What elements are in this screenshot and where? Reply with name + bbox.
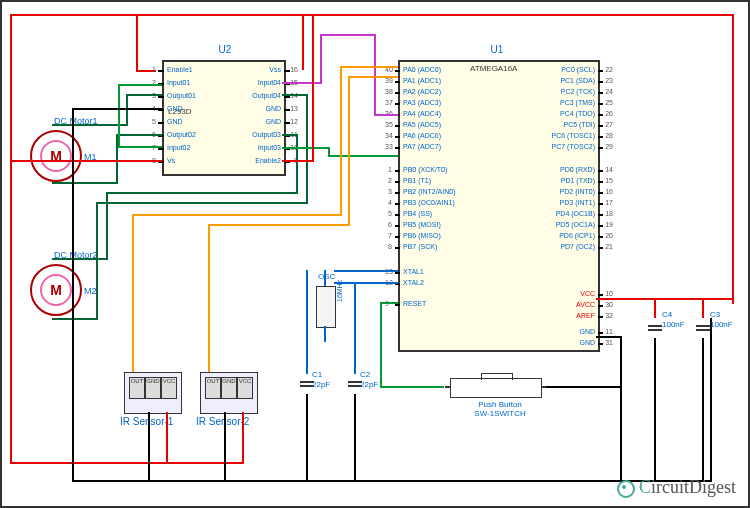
wire-ir2-gnd [224,412,226,482]
u2-chip: L293D Enable11Input012Output013GND4GND5O… [162,60,286,176]
u1-pin: PB4 (SS) [403,210,432,217]
u1-pinnum: 16 [605,188,613,195]
u1-pinnum: 2 [388,177,392,184]
u2-pin-Input03: Input03 [258,144,281,151]
push-button [450,378,542,398]
wire-vcc [302,14,304,70]
wire-vcc-u1 [596,298,734,300]
wire-ir2-vcc [242,412,244,464]
ir2-out: OUT [207,378,220,384]
u1-pin: PA6 (ADC6) [403,132,441,139]
u1-pinnum: 19 [605,221,613,228]
wire-m2a [282,134,298,136]
u1-pin: PB2 (INT2/AIN0) [403,188,456,195]
u1-pinnum: 29 [605,143,613,150]
u2-pin-Vss: Vss [269,66,281,73]
crystal-osc [316,286,336,328]
osc-label: OSC [318,272,335,281]
wire-m1a [52,124,128,126]
u1-pinnum: 11 [605,328,613,335]
u1-pin: PD3 (INT1) [560,199,595,206]
c1-val: 22pF [312,380,330,389]
u1-pin-GND: GND [579,339,595,346]
wire-l293-gnd [72,108,74,482]
u1-pinnum: 10 [605,290,613,297]
wire-m2b [306,94,308,204]
u1-pinnum: 26 [605,110,613,117]
wire-vs [10,160,162,162]
wire-m2b [52,318,98,320]
u1-pin-AREF: AREF [576,312,595,319]
wire-ir2-out [208,224,350,226]
wire-ir1-out [132,214,134,372]
wire-c2-gnd [354,394,356,482]
u1-pin: PB0 (XCK/T0) [403,166,447,173]
u1-pinnum: 7 [388,232,392,239]
u2-pinnum: 12 [290,118,298,125]
wire-m1a [126,94,128,126]
wire-vcc-c4 [654,298,656,318]
wire-pa4 [374,34,376,116]
u1-pinnum: 28 [605,132,613,139]
u1-pin: PD4 (OC1B) [556,210,595,217]
wire-reset [380,302,382,386]
u1-pin-AVCC: AVCC [576,301,595,308]
u1-pin-XTAL1: XTAL1 [403,268,424,275]
u1-pinnum: 6 [388,221,392,228]
u1-pinnum: 27 [605,121,613,128]
wire-m2b [96,202,98,320]
u1-pin-XTAL2: XTAL2 [403,279,424,286]
cap-c3 [696,318,710,338]
wire-m2b [96,202,308,204]
u1-pinnum: 1 [388,166,392,173]
u1-pinnum: 39 [385,77,393,84]
u1-pinnum: 34 [385,132,393,139]
u1-pinnum: 4 [388,199,392,206]
u1-pin: PD0 (RXD) [560,166,595,173]
u1-pinnum: 38 [385,88,393,95]
u1-pinnum: 8 [388,243,392,250]
wire-vcc [10,14,12,464]
u1-pinnum: 23 [605,77,613,84]
ir1-out: OUT [131,378,144,384]
u2-pin-Enable2: Enable2 [255,157,281,164]
wire-m2a [106,192,298,194]
wire-xtal2 [334,282,398,284]
u1-pinnum: 33 [385,143,393,150]
u1-pinnum: 37 [385,99,393,106]
wire-ir1-out [132,214,342,216]
u1-pin-GND: GND [579,328,595,335]
u2-pin-GND: GND [265,118,281,125]
u2-pin-Output03: Output03 [252,131,281,138]
u1-pin: PC7 (TOSC2) [552,143,595,150]
wire-ir2-out [208,224,210,372]
wire-vcc [136,14,138,70]
wire-pa6 [118,84,162,86]
u1-pinnum: 3 [388,188,392,195]
wire-en2 [282,160,314,162]
wire-ir1-out [340,66,398,68]
u1-ref: U1 [457,44,537,55]
ir-sensor-1: OUT GND VCC [124,372,182,414]
wire-pa6 [118,84,120,148]
c2-ref: C2 [360,370,370,379]
wire-vcc [10,14,734,16]
u2-pin-Output01: Output01 [167,92,196,99]
u2-pin-GND: GND [265,105,281,112]
u2-pin-GND: GND [167,105,183,112]
u2-pin-Output04: Output04 [252,92,281,99]
wire-vcc-c3 [702,298,704,318]
u2-pinnum: 5 [152,118,156,125]
u1-pin: PC4 (TDO) [560,110,595,117]
u1-pinnum: 20 [605,232,613,239]
wire-btn-gnd [546,386,622,388]
wire-c4-gnd [654,338,656,482]
cap-c4 [648,318,662,338]
u1-pin: PC5 (TDI) [564,121,596,128]
c4-val: 100nF [662,320,685,329]
wire-l293-gnd [72,108,162,110]
wire-xtal-c2 [354,282,356,374]
u1-pin: PA3 (ADC3) [403,99,441,106]
u1-pinnum: 22 [605,66,613,73]
wire-gnd [710,318,712,482]
